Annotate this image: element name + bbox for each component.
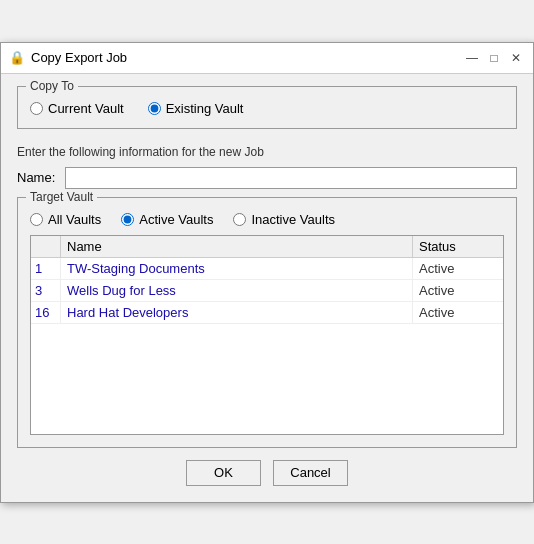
- all-vaults-option[interactable]: All Vaults: [30, 212, 101, 227]
- table-row[interactable]: 16 Hard Hat Developers Active: [31, 302, 503, 324]
- copy-to-radio-row: Current Vault Existing Vault: [30, 101, 504, 116]
- minimize-button[interactable]: —: [463, 49, 481, 67]
- dialog-icon: 🔒: [9, 50, 25, 66]
- copy-to-label: Copy To: [26, 79, 78, 93]
- all-vaults-radio[interactable]: [30, 213, 43, 226]
- name-label: Name:: [17, 170, 57, 185]
- window-controls: — □ ✕: [463, 49, 525, 67]
- ok-button[interactable]: OK: [186, 460, 261, 486]
- current-vault-radio[interactable]: [30, 102, 43, 115]
- row-num: 16: [31, 302, 61, 323]
- col-name-header: Name: [61, 236, 413, 257]
- new-job-info-label: Enter the following information for the …: [17, 145, 517, 159]
- table-row[interactable]: 1 TW-Staging Documents Active: [31, 258, 503, 280]
- copy-to-group: Copy To Current Vault Existing Vault: [17, 86, 517, 129]
- row-num: 3: [31, 280, 61, 301]
- target-vault-label: Target Vault: [26, 190, 97, 204]
- row-name: Hard Hat Developers: [61, 302, 413, 323]
- copy-export-job-dialog: 🔒 Copy Export Job — □ ✕ Copy To Current …: [0, 42, 534, 503]
- row-status: Active: [413, 258, 503, 279]
- button-row: OK Cancel: [17, 460, 517, 486]
- active-vaults-option[interactable]: Active Vaults: [121, 212, 213, 227]
- inactive-vaults-label: Inactive Vaults: [251, 212, 335, 227]
- existing-vault-radio[interactable]: [148, 102, 161, 115]
- row-status: Active: [413, 280, 503, 301]
- row-name: TW-Staging Documents: [61, 258, 413, 279]
- row-status: Active: [413, 302, 503, 323]
- close-button[interactable]: ✕: [507, 49, 525, 67]
- table-header: Name Status: [31, 236, 503, 258]
- row-name: Wells Dug for Less: [61, 280, 413, 301]
- cancel-button[interactable]: Cancel: [273, 460, 348, 486]
- col-status-header: Status: [413, 236, 503, 257]
- current-vault-label: Current Vault: [48, 101, 124, 116]
- existing-vault-label: Existing Vault: [166, 101, 244, 116]
- inactive-vaults-option[interactable]: Inactive Vaults: [233, 212, 335, 227]
- name-input[interactable]: [65, 167, 517, 189]
- dialog-title: Copy Export Job: [31, 50, 463, 65]
- title-bar: 🔒 Copy Export Job — □ ✕: [1, 43, 533, 74]
- table-row[interactable]: 3 Wells Dug for Less Active: [31, 280, 503, 302]
- active-vaults-radio[interactable]: [121, 213, 134, 226]
- name-row: Name:: [17, 167, 517, 189]
- vault-table: Name Status 1 TW-Staging Documents Activ…: [30, 235, 504, 435]
- inactive-vaults-radio[interactable]: [233, 213, 246, 226]
- maximize-button[interactable]: □: [485, 49, 503, 67]
- col-num-header: [31, 236, 61, 257]
- current-vault-option[interactable]: Current Vault: [30, 101, 124, 116]
- active-vaults-label: Active Vaults: [139, 212, 213, 227]
- row-num: 1: [31, 258, 61, 279]
- all-vaults-label: All Vaults: [48, 212, 101, 227]
- dialog-body: Copy To Current Vault Existing Vault Ent…: [1, 74, 533, 502]
- target-vault-group: Target Vault All Vaults Active Vaults In…: [17, 197, 517, 448]
- new-job-section: Enter the following information for the …: [17, 141, 517, 197]
- vault-filter-row: All Vaults Active Vaults Inactive Vaults: [30, 212, 504, 227]
- existing-vault-option[interactable]: Existing Vault: [148, 101, 244, 116]
